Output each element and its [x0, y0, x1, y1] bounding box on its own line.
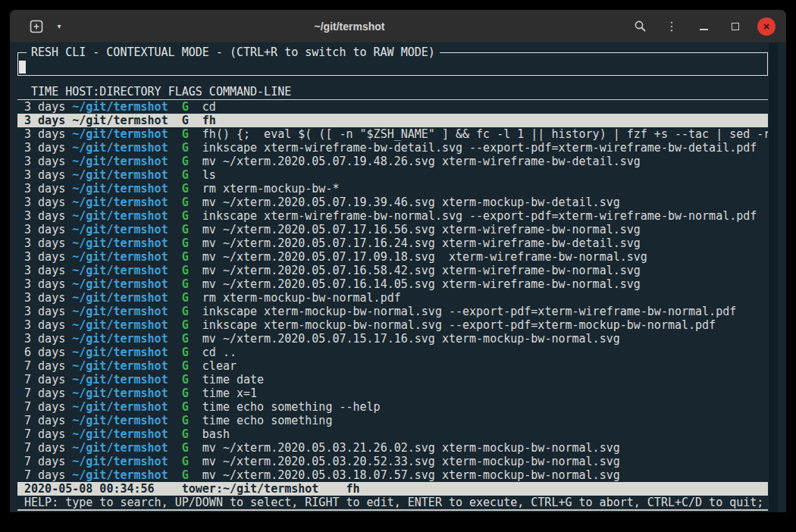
row-spacer [168, 114, 182, 127]
row-spacer [189, 155, 202, 168]
row-time: 3 days [17, 250, 72, 264]
row-flags: G [182, 100, 189, 114]
row-spacer [189, 196, 202, 209]
menu-button[interactable]: ⋮ [662, 17, 682, 36]
history-row[interactable]: 3 days ~/git/termshot G fh [17, 114, 768, 127]
row-directory: ~/git/termshot [72, 209, 168, 223]
minimize-icon [700, 29, 708, 30]
row-spacer [168, 141, 182, 155]
row-spacer [189, 305, 202, 318]
row-flags: G [182, 400, 189, 414]
row-flags: G [182, 346, 189, 359]
history-row[interactable]: 3 days ~/git/termshot G mv ~/xterm.2020.… [17, 223, 768, 236]
row-time: 3 days [17, 223, 72, 236]
history-row[interactable]: 3 days ~/git/termshot G rm xterm-mockup-… [17, 182, 768, 196]
history-row[interactable]: 7 days ~/git/termshot G time date [17, 373, 768, 386]
row-spacer [168, 441, 182, 455]
restore-button[interactable] [725, 17, 745, 36]
row-directory: ~/git/termshot [72, 196, 168, 209]
history-row[interactable]: 7 days ~/git/termshot G mv ~/xterm.2020.… [17, 441, 768, 455]
row-time: 3 days [17, 114, 72, 127]
row-command: time date [202, 373, 264, 386]
history-row[interactable]: 3 days ~/git/termshot G fh() {; eval $( … [17, 127, 768, 141]
row-command: mv ~/xterm.2020.05.07.17.09.18.svg xterm… [202, 250, 647, 264]
row-time: 3 days [17, 168, 72, 182]
row-directory: ~/git/termshot [72, 441, 168, 455]
history-row[interactable]: 3 days ~/git/termshot G inkscape xterm-m… [17, 318, 768, 332]
history-row[interactable]: 6 days ~/git/termshot G cd .. [17, 346, 768, 359]
titlebar-right-group: ⋮ × [630, 17, 776, 36]
row-directory: ~/git/termshot [72, 250, 168, 264]
search-button[interactable] [630, 17, 650, 36]
row-spacer [168, 277, 182, 291]
history-row[interactable]: 3 days ~/git/termshot G cd [17, 100, 768, 114]
row-time: 3 days [17, 182, 72, 196]
new-tab-dropdown-button[interactable]: ▾ [49, 17, 69, 36]
row-directory: ~/git/termshot [72, 141, 168, 155]
history-row[interactable]: 3 days ~/git/termshot G mv ~/xterm.2020.… [17, 264, 768, 277]
history-row[interactable]: 3 days ~/git/termshot G mv ~/xterm.2020.… [17, 277, 768, 291]
row-directory: ~/git/termshot [72, 359, 168, 373]
scrollbar[interactable] [769, 42, 778, 512]
history-row[interactable]: 7 days ~/git/termshot G time echo someth… [17, 414, 768, 427]
row-directory: ~/git/termshot [72, 114, 168, 127]
row-time: 6 days [17, 346, 72, 359]
minimize-button[interactable] [694, 17, 713, 36]
titlebar: ▾ ~/git/termshot ⋮ × [10, 10, 786, 42]
history-row[interactable]: 3 days ~/git/termshot G mv ~/xterm.2020.… [17, 250, 768, 264]
row-flags: G [182, 318, 189, 332]
history-row[interactable]: 7 days ~/git/termshot G bash [17, 427, 768, 441]
row-spacer [168, 209, 182, 223]
row-flags: G [182, 305, 189, 318]
history-row[interactable]: 3 days ~/git/termshot G mv ~/xterm.2020.… [17, 196, 768, 209]
status-bar: 2020-05-08 00:34:56 tower:~/git/termshot… [17, 482, 768, 496]
row-time: 7 days [17, 359, 72, 373]
row-command: rm xterm-mockup-bw-* [202, 182, 340, 196]
row-spacer [189, 359, 202, 373]
kebab-menu-icon: ⋮ [666, 20, 678, 33]
history-row[interactable]: 3 days ~/git/termshot G inkscape xterm-w… [17, 141, 768, 155]
row-spacer [189, 346, 202, 359]
row-spacer [189, 332, 202, 346]
new-tab-button[interactable] [27, 17, 46, 36]
row-command: time echo something [202, 414, 333, 427]
history-row[interactable]: 7 days ~/git/termshot G clear [17, 359, 768, 373]
history-row[interactable]: 3 days ~/git/termshot G mv ~/xterm.2020.… [17, 236, 768, 250]
history-row[interactable]: 3 days ~/git/termshot G inkscape xterm-w… [17, 209, 768, 223]
row-command: mv ~/xterm.2020.05.07.19.39.46.svg xterm… [202, 196, 620, 209]
row-directory: ~/git/termshot [72, 414, 168, 427]
row-directory: ~/git/termshot [72, 168, 168, 182]
terminal-screen[interactable]: RESH CLI - CONTEXTUAL MODE - (CTRL+R to … [10, 42, 786, 512]
close-button[interactable]: × [757, 17, 776, 36]
row-directory: ~/git/termshot [72, 236, 168, 250]
row-time: 7 days [17, 373, 72, 386]
row-spacer [168, 373, 182, 386]
row-directory: ~/git/termshot [72, 318, 168, 332]
row-directory: ~/git/termshot [72, 427, 168, 441]
chevron-down-icon: ▾ [57, 22, 61, 30]
row-directory: ~/git/termshot [72, 386, 168, 400]
history-row[interactable]: 3 days ~/git/termshot G ls [17, 168, 768, 182]
row-command: mv ~/xterm.2020.05.07.17.16.56.svg xterm… [202, 223, 641, 236]
row-command: bash [202, 427, 230, 441]
row-command: fh() {; eval $( ([ -n "$ZSH_NAME" ] && f… [202, 127, 768, 141]
history-row[interactable]: 3 days ~/git/termshot G mv ~/xterm.2020.… [17, 155, 768, 168]
history-row[interactable]: 7 days ~/git/termshot G mv ~/xterm.2020.… [17, 455, 768, 468]
history-row[interactable]: 3 days ~/git/termshot G rm xterm-mockup-… [17, 291, 768, 305]
row-time: 3 days [17, 291, 72, 305]
row-time: 3 days [17, 155, 72, 168]
history-row[interactable]: 7 days ~/git/termshot G time x=1 [17, 386, 768, 400]
history-row[interactable]: 7 days ~/git/termshot G mv ~/xterm.2020.… [17, 468, 768, 482]
row-flags: G [182, 223, 189, 236]
history-row[interactable]: 7 days ~/git/termshot G time echo someth… [17, 400, 768, 414]
row-flags: G [182, 236, 189, 250]
row-command: mv ~/xterm.2020.05.07.19.48.26.svg xterm… [202, 155, 641, 168]
row-time: 7 days [17, 386, 72, 400]
search-box[interactable]: RESH CLI - CONTEXTUAL MODE - (CTRL+R to … [17, 45, 768, 76]
row-spacer [189, 100, 202, 114]
row-spacer [189, 168, 202, 182]
bottom-rule [17, 509, 768, 511]
history-row[interactable]: 3 days ~/git/termshot G mv ~/xterm.2020.… [17, 332, 768, 346]
row-command: cd [202, 100, 216, 114]
history-row[interactable]: 3 days ~/git/termshot G inkscape xterm-m… [17, 305, 768, 318]
